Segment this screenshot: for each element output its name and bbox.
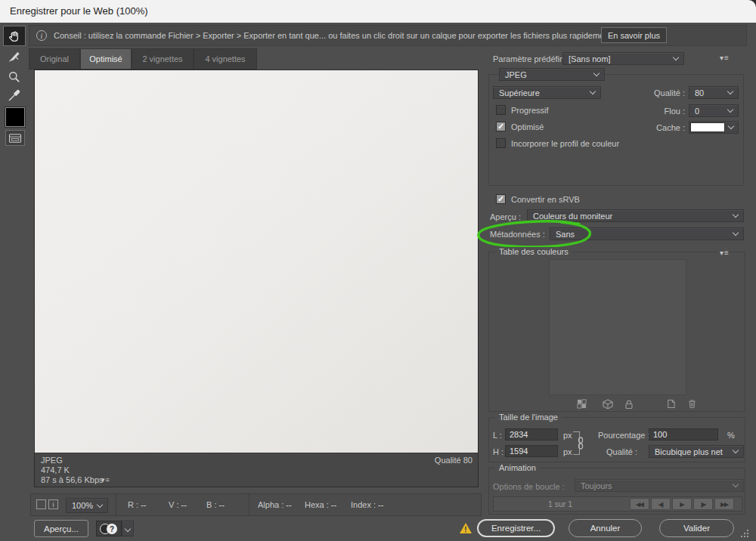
panel-menu-icon[interactable]: ▾≡ [720,54,730,62]
loop-options-dropdown[interactable]: Toujours [575,479,744,492]
format-readout: JPEG [41,456,63,465]
height-label: H : [493,447,503,456]
preview-mode-dropdown[interactable]: Couleurs du moniteur [527,209,744,222]
snap-to-web-palette-button[interactable] [576,398,587,410]
color-table-title: Table des couleurs [495,247,572,256]
width-input[interactable] [505,428,558,441]
tab-optimized[interactable]: Optimisé [80,48,132,70]
save-button[interactable]: Enregistrer... [477,519,555,537]
preview-status-bar: JPEG 474,7 K 87 s à 56,6 Kbps ▾≡ Qualité… [35,453,478,487]
unknown-browser-icon: ? [107,524,117,534]
zoom-tool-button[interactable] [5,68,23,86]
chevron-down-icon [733,212,739,218]
quality-dropdown[interactable]: 80 [689,86,739,99]
compression-dropdown[interactable]: Supérieure [493,86,601,99]
first-frame-button[interactable]: ◀◀ [630,498,649,510]
tab-label: 2 vignettes [142,54,182,63]
readouts-strip: i 100% R : -- V : -- B : -- Alpha : -- H… [30,493,482,516]
convert-srgb-checkbox[interactable]: ✓ [496,194,506,204]
save-button-label: Enregistrer... [491,524,541,533]
file-size-readout: 474,7 K [41,465,70,475]
window-title: Enregistrer pour le Web (100%) [10,5,148,17]
next-frame-icon: |▶ [701,501,705,508]
blur-dropdown[interactable]: 0 [689,104,739,117]
metadata-dropdown[interactable]: Sans [550,227,744,240]
lock-color-button[interactable] [623,398,634,410]
tab-original[interactable]: Original [29,48,80,70]
ok-button[interactable]: Valider [659,519,734,537]
resample-quality-label: Qualité : [606,447,637,456]
eyedropper-tool-button[interactable] [5,86,23,104]
previous-frame-icon: ◀| [658,501,663,508]
slice-select-tool-button[interactable] [5,48,23,66]
format-dropdown[interactable]: JPEG [499,68,605,81]
eyedropper-icon [7,88,22,103]
tab-label: 4 vignettes [205,54,245,63]
format-value: JPEG [505,70,527,79]
width-unit: px [563,431,572,440]
check-icon: ✓ [497,195,504,203]
matte-dropdown[interactable] [689,121,739,134]
percent-unit: % [727,431,735,440]
hand-tool-button[interactable] [3,26,26,46]
square-toggle-button[interactable] [36,499,46,509]
grip-dots [741,530,742,531]
height-input[interactable] [505,445,558,457]
quality-value: 80 [695,88,704,97]
info-icon: i [36,30,47,41]
delete-color-button[interactable] [686,398,698,410]
resize-grip[interactable] [741,530,750,539]
slice-select-icon [7,50,22,65]
matte-color-swatch [690,122,725,132]
progressive-checkbox[interactable]: ✓ [496,105,506,115]
download-speed-menu-icon[interactable]: ▾≡ [101,477,110,484]
progressive-label: Progressif [511,106,549,115]
tab-2-vignettes[interactable]: 2 vignettes [132,48,194,70]
color-table-swatches-area[interactable] [549,259,686,395]
image-canvas[interactable] [35,70,478,453]
optimized-label: Optimisé [511,122,544,131]
optimized-checkbox[interactable]: ✓ [496,122,506,131]
v-readout: V : -- [169,500,187,509]
fill-color-swatch[interactable] [5,107,25,127]
web-shift-button[interactable] [602,398,613,410]
color-table-menu-icon[interactable]: ▾≡ [720,249,730,257]
preview-in-browser-button[interactable]: Aperçu... [34,520,88,537]
cancel-button[interactable]: Annuler [569,519,642,537]
zoom-level-value: 100% [72,501,93,510]
zoom-level-dropdown[interactable]: 100% [66,498,108,513]
divider [249,494,249,515]
chevron-down-icon [727,88,733,94]
metadata-label: Métadonnées : [490,230,545,239]
save-for-web-dialog: Enregistrer pour le Web (100%) i Conseil… [0,0,756,541]
download-time-readout: 87 s à 56,6 Kbps [41,475,104,484]
previous-frame-button[interactable]: ◀| [651,498,671,510]
percent-label: Pourcentage : [598,431,650,440]
learn-more-button[interactable]: En savoir plus [601,27,667,43]
link-icon[interactable] [577,437,584,450]
learn-more-label: En savoir plus [608,31,660,40]
image-size-title: Taille de l'image [495,413,562,422]
browser-select-button[interactable]: ? [96,521,122,536]
percent-input[interactable] [649,428,718,441]
resample-quality-value: Bicubique plus net [655,447,723,456]
embed-profile-checkbox[interactable]: ✓ [496,138,506,148]
next-frame-button[interactable]: |▶ [693,498,713,510]
play-icon: ▶ [680,501,684,508]
play-button[interactable]: ▶ [672,498,692,510]
warning-icon [459,522,472,534]
metadata-value: Sans [556,230,575,239]
last-frame-button[interactable]: ▶▶ [714,498,734,510]
preset-dropdown[interactable]: [Sans nom] [562,52,684,65]
animation-title: Animation [495,463,540,472]
browser-list-chevron[interactable] [122,521,134,536]
new-color-button[interactable] [665,398,677,410]
toggle-slices-visibility-button[interactable] [5,130,25,146]
height-unit: px [563,447,572,456]
resample-quality-dropdown[interactable]: Bicubique plus net [649,445,744,458]
info-toggle-button[interactable]: i [48,499,58,509]
tab-4-vignettes[interactable]: 4 vignettes [194,48,257,70]
embed-profile-label: Incorporer le profil de couleur [511,139,619,148]
chevron-down-icon [733,447,739,453]
window-titlebar[interactable]: Enregistrer pour le Web (100%) [0,0,756,23]
